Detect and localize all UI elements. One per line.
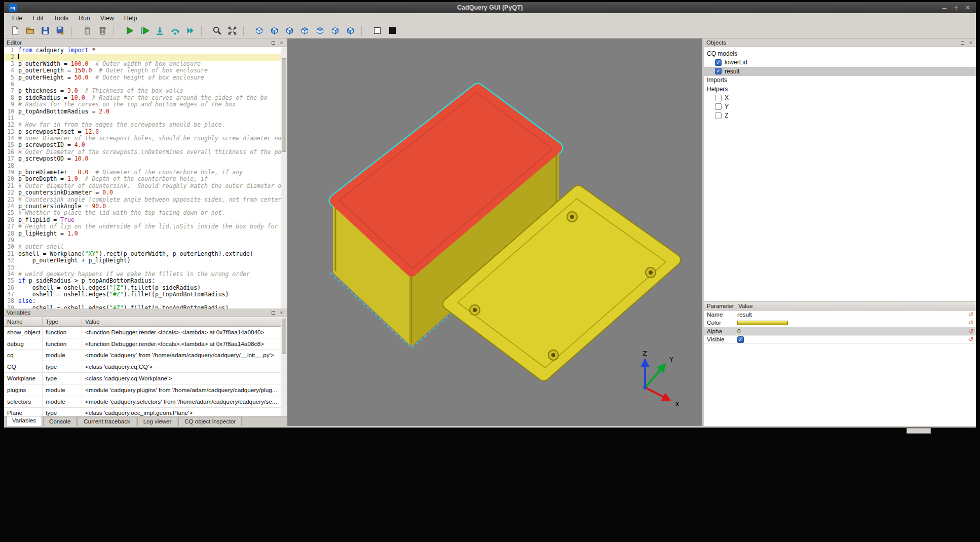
code-line-31[interactable]: 31oshell = Workplane("XY").rect(p_outerW… — [4, 251, 281, 257]
objects-tree[interactable]: CQ models✓lowerLid✓resultImportsHelpersX… — [704, 47, 976, 301]
editor-scrollbar-thumb[interactable] — [282, 58, 286, 152]
code-line-23[interactable]: 23# Countersink angle (complete angle be… — [4, 197, 281, 203]
view-front-button[interactable] — [268, 24, 281, 37]
reset-color-icon[interactable]: ↺ — [966, 319, 975, 326]
tab-console[interactable]: Console — [43, 417, 77, 426]
code-line-6[interactable]: 6 — [4, 81, 281, 88]
checkbox-result[interactable]: ✓ — [715, 68, 722, 74]
column-header-value[interactable]: Value — [82, 317, 281, 326]
bottom-scroll-fragment[interactable] — [907, 428, 931, 434]
tab-variables[interactable]: Variables — [6, 416, 42, 426]
view-top-button[interactable] — [313, 24, 327, 37]
tab-log-viewer[interactable]: Log viewer — [137, 417, 178, 426]
code-line-15[interactable]: 15p_screwpostID = 4.0 — [4, 142, 281, 148]
step-over-button[interactable] — [168, 24, 182, 37]
color-swatch[interactable] — [737, 321, 788, 325]
tree-item-result[interactable]: ✓result — [704, 67, 976, 76]
close-button[interactable]: × — [966, 2, 970, 13]
tab-cq-object-inspector[interactable]: CQ object inspector — [178, 417, 242, 426]
tree-item-cq-models[interactable]: CQ models — [704, 49, 976, 58]
code-line-28[interactable]: 28p_lipHeight = 1.0 — [4, 230, 281, 237]
tree-item-helpers[interactable]: Helpers — [704, 85, 976, 94]
code-line-1[interactable]: 1from cadquery import * — [4, 47, 281, 54]
code-line-37[interactable]: 37 oshell = oshell.edges("#Z").fillet(p_… — [4, 291, 281, 298]
param-row-alpha[interactable]: Alpha0↺ — [704, 327, 976, 336]
variables-float-button[interactable] — [271, 310, 276, 316]
reset-alpha-icon[interactable]: ↺ — [966, 328, 975, 335]
editor-close-button[interactable]: × — [279, 40, 284, 46]
code-line-11[interactable]: 11 — [4, 115, 281, 122]
code-line-12[interactable]: 12# How far in from the edges the screwp… — [4, 122, 281, 128]
menu-item-help[interactable]: Help — [119, 15, 142, 22]
table-row-debug[interactable]: debugfunction<function Debugger.render.<… — [4, 338, 281, 350]
minimize-button[interactable]: – — [943, 2, 947, 13]
code-line-24[interactable]: 24p_countersinkAngle = 90.0 — [4, 203, 281, 210]
variables-table-body[interactable]: show_objectfunction<function Debugger.re… — [4, 327, 281, 416]
menu-item-edit[interactable]: Edit — [27, 15, 49, 22]
menu-item-run[interactable]: Run — [73, 15, 95, 22]
param-row-name[interactable]: Nameresult↺ — [704, 311, 976, 319]
viewport-3d[interactable]: Z Y X — [287, 38, 702, 426]
param-row-color[interactable]: Color↺ — [704, 319, 976, 328]
code-line-33[interactable]: 33 — [4, 264, 281, 271]
code-line-36[interactable]: 36 oshell = oshell.edges("|Z").fillet(p_… — [4, 285, 281, 291]
view-left-button[interactable] — [298, 24, 312, 37]
editor-float-button[interactable] — [271, 40, 276, 46]
code-line-34[interactable]: 34# weird geometry happens if we make th… — [4, 271, 281, 278]
tree-item-lowerlid[interactable]: ✓lowerLid — [704, 58, 976, 67]
title-bar[interactable]: cq CadQuery GUI (PyQT) – + × — [4, 2, 976, 13]
variables-scrollbar-thumb[interactable] — [282, 319, 286, 354]
code-line-20[interactable]: 20p_boreDepth = 1.0 # Depth of the count… — [4, 176, 281, 182]
checkbox-z[interactable] — [715, 112, 722, 119]
maximize-button[interactable]: + — [954, 2, 958, 13]
param-row-visible[interactable]: Visible✓↺ — [704, 336, 976, 344]
tab-current-traceback[interactable]: Current traceback — [78, 417, 136, 426]
code-line-8[interactable]: 8p_sideRadius = 10.0 # Radius for the cu… — [4, 95, 281, 101]
clean-button[interactable] — [81, 24, 94, 37]
table-row-plugins[interactable]: pluginsmodule<module 'cadquery.plugins' … — [4, 384, 281, 396]
tree-item-z[interactable]: Z — [704, 111, 976, 121]
checkbox-y[interactable] — [715, 103, 722, 110]
code-line-3[interactable]: 3p_outerWidth = 100.0 # Outer width of b… — [4, 61, 281, 67]
run-button[interactable] — [123, 24, 136, 37]
code-line-27[interactable]: 27# Height of lip on the underside of th… — [4, 223, 281, 230]
code-line-16[interactable]: 16# Outer Diameter of the screwposts.\nD… — [4, 149, 281, 156]
code-line-9[interactable]: 9# Radius for the curves on the top and … — [4, 101, 281, 108]
code-line-30[interactable]: 30# outer shell — [4, 244, 281, 250]
save-as-button[interactable] — [54, 24, 67, 37]
debug-button[interactable] — [138, 24, 152, 37]
checkbox-lowerlid[interactable]: ✓ — [715, 59, 722, 66]
objects-close-button[interactable]: × — [968, 40, 973, 46]
tree-item-y[interactable]: Y — [704, 102, 976, 111]
reset-visible-icon[interactable]: ↺ — [966, 336, 975, 343]
open-folder-button[interactable] — [23, 24, 37, 37]
code-line-7[interactable]: 7p_thickness = 3.0 # Thickness of the bo… — [4, 88, 281, 94]
viewport-canvas[interactable]: Z Y X — [287, 38, 702, 426]
code-line-2[interactable]: 2 — [4, 54, 281, 60]
code-line-25[interactable]: 25# Whether to place the lid with the to… — [4, 210, 281, 216]
code-line-39[interactable]: 39 oshell = oshell.edges("#Z").fillet(p_… — [4, 305, 281, 308]
save-button[interactable] — [39, 24, 52, 37]
table-row-Workplane[interactable]: Workplanetype<class 'cadquery.cq.Workpla… — [4, 373, 281, 384]
code-line-26[interactable]: 26p_flipLid = True — [4, 217, 281, 223]
menu-item-tools[interactable]: Tools — [49, 15, 73, 22]
editor-code[interactable]: 1from cadquery import *23p_outerWidth = … — [4, 47, 281, 308]
table-row-selectors[interactable]: selectorsmodule<module 'cadquery.selecto… — [4, 396, 281, 408]
delete-button[interactable] — [96, 24, 109, 37]
tree-item-x[interactable]: X — [704, 94, 976, 103]
column-header-type[interactable]: Type — [43, 317, 82, 326]
variables-close-button[interactable]: × — [279, 310, 284, 316]
code-line-18[interactable]: 18 — [4, 163, 281, 169]
code-line-19[interactable]: 19p_boreDiameter = 8.0 # Diameter of the… — [4, 169, 281, 176]
view-back-button[interactable] — [344, 24, 357, 37]
step-continue-button[interactable] — [183, 24, 197, 37]
code-line-13[interactable]: 13p_screwpostInset = 12.0 — [4, 129, 281, 135]
code-line-32[interactable]: 32 p_outerHeight + p_lipHeight) — [4, 257, 281, 264]
code-line-14[interactable]: 14# nner Diameter of the screwpost holes… — [4, 135, 281, 142]
code-line-38[interactable]: 38else: — [4, 298, 281, 304]
code-line-4[interactable]: 4p_outerLength = 150.0 # Outer length of… — [4, 67, 281, 74]
new-file-button[interactable] — [8, 24, 22, 37]
code-line-29[interactable]: 29 — [4, 237, 281, 244]
editor-scrollbar[interactable] — [281, 47, 287, 308]
table-row-Plane[interactable]: Planetype<class 'cadquery.occ_impl.geom.… — [4, 408, 281, 416]
